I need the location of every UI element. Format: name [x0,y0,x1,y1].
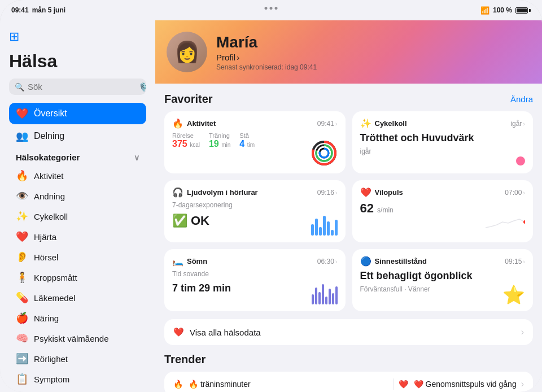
status-bar-right: 📶 100 % [480,6,531,15]
trends-title: Trender [164,353,206,366]
horsel-icon: 👂 [16,251,28,263]
sidebar-item-naring[interactable]: 🍎 Näring [9,308,146,328]
status-bar: 09:41 mån 5 juni 📶 100 % [0,0,542,20]
category-label: Hjärta [34,232,56,242]
sleep-card[interactable]: 🛏️ Sömn 06:30 › Tid sovande 7 tim 29 min [164,249,346,311]
sidebar-item-rorlighet[interactable]: ➡️ Rörlighet [9,349,146,369]
category-label: Kroppsmått [34,273,77,282]
category-label: Näring [34,313,59,323]
sidebar-item-horsel[interactable]: 👂 Hörsel [9,247,146,267]
sidebar-item-label: Delning [34,131,64,141]
category-label: Cykelkoll [34,212,68,221]
status-date: mån 5 juni [32,6,65,14]
sleep-card-icon: 🛏️ [172,256,183,267]
stat-rorelse: Rörelse 375 kcal [172,132,200,149]
activity-ring [311,140,338,167]
sync-text: Senast synkroniserad: idag 09:41 [216,63,317,71]
category-label: Läkemedel [34,293,75,303]
chevron-right-icon: › [335,258,338,265]
sidebar-item-sharing[interactable]: 👥 Delning [9,125,146,147]
sleep-card-title: Sömn [187,257,207,265]
avatar-emoji: 👩 [174,40,200,64]
sidebar: ⊞ Hälsa 🔍 🎙️ ❤️ Översikt 👥 Delning Hälso… [0,20,155,392]
cards-grid: 🔥 Aktivitet 09:41 › Rörelse 375 kcal [164,111,533,311]
chevron-right-icon: › [523,189,525,196]
category-label: Symptom [34,374,69,384]
card-header: ❤️ Vilopuls 07:00 › [360,187,526,198]
avatar[interactable]: 👩 [167,32,207,72]
heart-card-title: Vilopuls [375,188,403,197]
stat-traning: Träning 19 min [209,132,230,149]
heart-rate-card[interactable]: ❤️ Vilopuls 07:00 › 62 s/min [352,180,534,242]
sharing-icon: 👥 [16,130,28,142]
chevron-right-icon: › [335,189,338,196]
trend-fire-icon: 🔥 [173,380,183,389]
mood-card-icon: 🔵 [360,256,371,267]
lakemedel-icon: 💊 [16,291,28,304]
sbar-8 [335,286,338,304]
sidebar-item-psykiskt[interactable]: 🧠 Psykiskt välmående [9,328,146,349]
category-label: Aktivitet [34,171,64,181]
andning-icon: 👁️ [16,190,28,202]
categories-header[interactable]: Hälsokategorier ∨ [9,148,146,165]
sbar-5 [325,297,327,304]
sidebar-toggle-icon[interactable]: ⊞ [9,29,146,44]
trend-1-label: 🔥 träninsminuter [189,380,251,389]
symptom-dot [516,156,525,165]
trend-divider [394,378,394,390]
sidebar-item-andning[interactable]: 👁️ Andning [9,186,146,206]
trend-left: 🔥 🔥 träninsminuter [173,380,251,389]
card-header: 🔥 Aktivitet 09:41 › [172,118,338,129]
sidebar-item-aktivitet[interactable]: 🔥 Aktivitet [9,165,146,186]
dot-1 [265,7,268,10]
aktivitet-card[interactable]: 🔥 Aktivitet 09:41 › Rörelse 375 kcal [164,111,346,173]
sidebar-item-lakemedel[interactable]: 💊 Läkemedel [9,288,146,308]
full-card-left: ❤️ Visa alla hälsodata [173,327,261,337]
sound-card[interactable]: 🎧 Ljudvolym i hörlurar 09:16 › 7-dagarse… [164,180,346,242]
rorlighet-icon: ➡️ [16,352,28,365]
mood-card-time: 09:15 › [505,258,525,265]
sidebar-item-cykelkoll[interactable]: ✨ Cykelkoll [9,206,146,227]
mood-title: Ett behagligt ögonblick [360,270,526,282]
chevron-right-icon: › [523,258,525,265]
mood-card[interactable]: 🔵 Sinnestillstånd 09:15 › Ett behagligt … [352,249,534,311]
card-title-row: 🔵 Sinnestillstånd [360,256,427,267]
trend-heart-icon: ❤️ [399,380,408,389]
hjarta-icon: ❤️ [16,230,28,243]
cykelkoll-card[interactable]: ✨ Cykelkoll igår › Trötthet och Huvudvär… [352,111,534,173]
status-bar-left: 09:41 mån 5 juni [11,6,65,14]
top-dots [265,7,278,10]
category-label: Psykiskt välmående [34,334,109,343]
bar-3 [319,227,322,236]
trends-section: Trender 🔥 🔥 träninsminuter ❤️ ❤️ Genomsn… [164,353,533,392]
trends-row[interactable]: 🔥 🔥 träninsminuter ❤️ ❤️ Genomsnittspuls… [164,372,533,392]
sound-card-time: 09:16 › [317,189,338,197]
profile-link[interactable]: Profil › [216,53,317,62]
battery-label: 100 % [493,6,512,14]
heart-icon: ❤️ [173,327,184,337]
sidebar-item-kroppsmatt[interactable]: 🧍 Kroppsmått [9,267,146,288]
sidebar-item-symptom[interactable]: 📋 Symptom [9,369,146,389]
sleep-card-time: 06:30 › [317,258,338,265]
search-input[interactable] [28,82,135,92]
all-health-data-card[interactable]: ❤️ Visa alla hälsodata › [164,319,533,345]
mood-card-title: Sinnestillstånd [375,257,427,265]
dot-3 [275,7,278,10]
sidebar-item-hjarta[interactable]: ❤️ Hjärta [9,227,146,247]
categories-title: Hälsokategorier [16,153,80,162]
activity-card-icon: 🔥 [172,118,183,129]
card-header: 🛏️ Sömn 06:30 › [172,256,338,267]
change-button[interactable]: Ändra [510,94,533,104]
wifi-icon: 📶 [480,6,489,15]
microphone-icon[interactable]: 🎙️ [138,82,148,92]
card-header: 🔵 Sinnestillstånd 09:15 › [360,256,526,267]
cykelkoll-icon: ✨ [16,210,28,223]
kroppsmatt-icon: 🧍 [16,271,28,284]
sbar-7 [332,293,334,304]
sleep-bars [312,284,338,304]
sidebar-item-overview[interactable]: ❤️ Översikt [9,103,146,124]
sidebar-item-somn[interactable]: 🛏️ Sömn [9,389,146,392]
search-icon: 🔍 [15,82,24,92]
symptom-subtitle: igår [360,147,526,155]
search-bar[interactable]: 🔍 🎙️ [9,79,146,95]
